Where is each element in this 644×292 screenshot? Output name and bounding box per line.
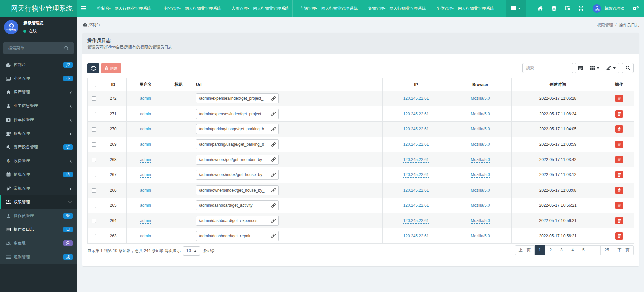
svg-text:一网天行: 一网天行: [6, 28, 17, 31]
